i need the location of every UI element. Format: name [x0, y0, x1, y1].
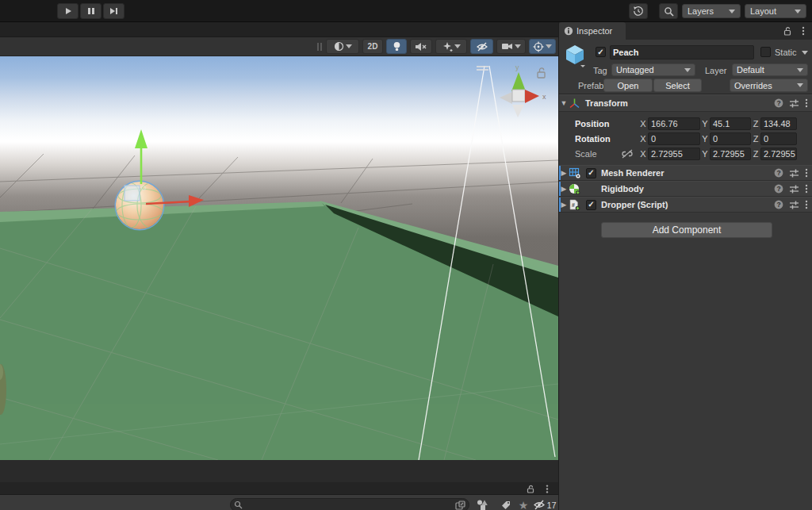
hidden-objects-counter[interactable]: 17 [531, 497, 558, 510]
script-icon: # [569, 199, 580, 211]
kebab-menu-icon[interactable] [805, 98, 808, 108]
play-button[interactable] [57, 3, 79, 19]
prefab-cube-icon[interactable] [565, 44, 587, 67]
open-search-window-icon[interactable] [455, 500, 465, 510]
presets-icon[interactable] [789, 185, 799, 194]
help-icon[interactable]: ? [774, 184, 783, 194]
position-z-field[interactable]: 134.48 [760, 117, 797, 130]
foldout-expanded-icon[interactable]: ▼ [559, 99, 569, 107]
bottom-toolbar: ★ 17 [0, 495, 558, 510]
gizmo-compass-icon [533, 41, 544, 52]
presets-icon[interactable] [789, 169, 799, 178]
kebab-menu-icon[interactable] [805, 200, 808, 209]
presets-icon[interactable] [789, 99, 799, 108]
2d-toggle[interactable]: 2D [362, 39, 383, 54]
pause-button[interactable] [80, 3, 102, 19]
transform-component-header[interactable]: ▼ Transform ? [559, 94, 812, 112]
help-icon[interactable]: ? [774, 98, 783, 108]
rotation-row: Rotation X 0 Y 0 Z 0 [559, 132, 812, 145]
static-dropdown-caret[interactable] [802, 51, 808, 55]
scale-z-field[interactable]: 2.72955 [760, 148, 797, 160]
scene-effects-dropdown[interactable] [435, 39, 467, 54]
prefab-open-button[interactable]: Open [603, 79, 653, 92]
chevron-down-icon [346, 44, 352, 48]
presets-icon[interactable] [789, 201, 799, 209]
unlock-icon[interactable] [527, 485, 535, 493]
rotation-y-value: 0 [713, 134, 718, 144]
gameobject-active-checkbox[interactable]: ✓ [596, 47, 606, 57]
axis-y-label: Y [700, 134, 710, 144]
search-field[interactable] [230, 498, 469, 510]
svg-text:#: # [572, 201, 575, 207]
layer-dropdown[interactable]: Default [732, 63, 808, 76]
shading-mode-dropdown[interactable] [326, 39, 359, 54]
lock-icon[interactable] [783, 26, 792, 36]
kebab-menu-icon[interactable] [805, 184, 808, 194]
mesh-renderer-icon [569, 167, 581, 178]
mesh-renderer-component-header[interactable]: ▶ ✓ Mesh Renderer ? [559, 165, 812, 181]
position-y-field[interactable]: 45.1 [710, 117, 751, 130]
tab-inspector[interactable]: Inspector [559, 22, 626, 40]
rotation-x-field[interactable]: 0 [648, 132, 700, 145]
overlay-menu-handle[interactable] [477, 67, 488, 70]
position-y-value: 45.1 [713, 119, 730, 128]
help-icon[interactable]: ? [774, 200, 783, 209]
static-checkbox[interactable] [760, 47, 771, 57]
gizmo-negz-cone[interactable] [512, 105, 524, 117]
search-input[interactable] [245, 500, 453, 510]
orientation-gizmo[interactable]: y x [500, 63, 546, 117]
main-toolbar: Layers Layout [0, 0, 812, 22]
kebab-menu-icon[interactable] [802, 26, 805, 36]
help-icon[interactable]: ? [774, 168, 783, 178]
tag-icon [500, 500, 511, 510]
position-x-field[interactable]: 166.76 [648, 117, 700, 130]
favorites-button[interactable]: ★ [514, 497, 533, 510]
kebab-menu-icon[interactable] [546, 485, 549, 493]
prefab-override-indicator [559, 166, 561, 180]
chevron-down-icon [580, 65, 585, 67]
search-button[interactable] [659, 3, 678, 19]
scene-view-panel: 2D [0, 22, 558, 510]
layers-dropdown[interactable]: Layers [682, 4, 741, 18]
axis-x-label: X [638, 119, 648, 128]
filter-by-label-button[interactable] [496, 497, 515, 510]
prefab-overrides-dropdown[interactable]: Overrides [730, 79, 808, 92]
shaded-sphere-icon [334, 41, 344, 52]
svg-text:?: ? [776, 169, 780, 177]
tag-dropdown[interactable]: Untagged [611, 63, 695, 76]
scale-label: Scale [559, 149, 621, 159]
scene-lighting-toggle[interactable] [386, 39, 407, 54]
rotation-z-value: 0 [764, 134, 768, 144]
layout-dropdown[interactable]: Layout [745, 4, 806, 18]
rotation-z-field[interactable]: 0 [760, 132, 797, 145]
dropper-script-component-header[interactable]: ▶ # ✓ Dropper (Script) ? [559, 197, 812, 213]
rotation-y-field[interactable]: 0 [710, 132, 751, 145]
scene-visibility-toggle[interactable] [470, 39, 493, 54]
scale-x-field[interactable]: 2.72955 [648, 148, 700, 160]
step-button[interactable] [103, 3, 124, 19]
prefab-select-button[interactable]: Select [653, 79, 702, 92]
overlay-drag-handle[interactable] [316, 42, 323, 52]
dropper-enabled-checkbox[interactable]: ✓ [586, 200, 596, 210]
rigidbody-component-header[interactable]: ▶ Rigidbody ? [559, 181, 812, 197]
filter-by-type-button[interactable] [473, 497, 492, 510]
mesh-renderer-enabled-checkbox[interactable]: ✓ [586, 168, 596, 178]
gameobject-name-field[interactable]: Peach [610, 45, 754, 59]
scene-viewport[interactable]: y x [0, 56, 558, 460]
gizmo-negx-cone[interactable] [500, 92, 512, 104]
add-component-button[interactable]: Add Component [601, 222, 772, 238]
gizmo-unlock-icon[interactable] [538, 68, 545, 78]
scale-y-field[interactable]: 2.72955 [710, 148, 751, 160]
gizmos-toggle-dropdown[interactable] [529, 39, 556, 54]
xy-plane-handle[interactable] [124, 186, 140, 201]
history-icon [633, 6, 644, 17]
scene-camera-dropdown[interactable] [496, 39, 526, 54]
y-axis-arrowhead[interactable] [135, 129, 147, 148]
gizmo-y-axis-cone[interactable] [511, 72, 526, 91]
unlinked-scale-icon[interactable] [621, 149, 634, 159]
scene-audio-toggle[interactable] [410, 39, 432, 54]
kebab-menu-icon[interactable] [805, 168, 808, 178]
undo-history-button[interactable] [629, 3, 648, 19]
gizmo-x-axis-cone[interactable] [525, 90, 539, 103]
gizmo-center-cube[interactable] [512, 90, 525, 102]
